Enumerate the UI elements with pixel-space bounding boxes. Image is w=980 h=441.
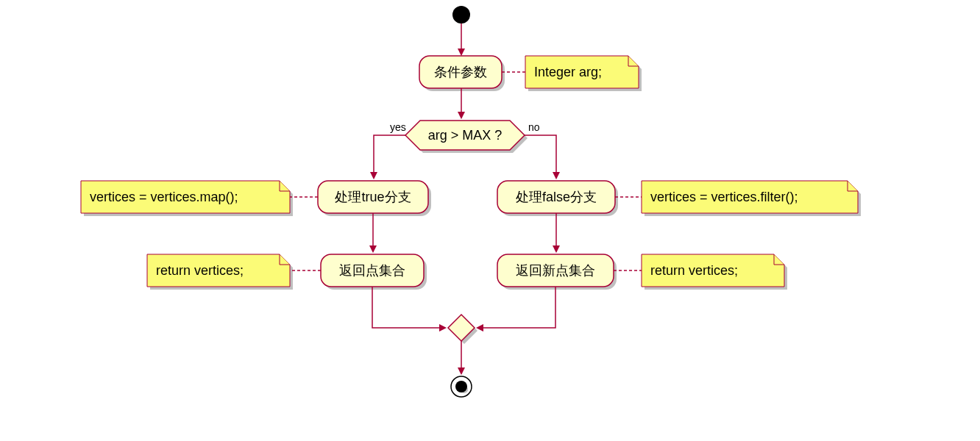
note-vertices-filter-text: vertices = vertices.filter(); [650, 190, 798, 204]
note-return-vertices-2: return vertices; [642, 254, 787, 290]
note-vertices-map-text: vertices = vertices.map(); [90, 190, 238, 204]
start-node [452, 6, 470, 24]
flowchart-diagram: 条件参数 Integer arg; arg > MAX ? yes no 处理t… [0, 0, 980, 441]
node-return-vertices-2-label: 返回新点集合 [516, 263, 595, 278]
note-vertices-filter: vertices = vertices.filter(); [642, 181, 861, 216]
end-node [451, 376, 472, 397]
node-return-vertices-1: 返回点集合 [321, 254, 427, 290]
node-return-vertices-1-label: 返回点集合 [339, 263, 405, 278]
node-return-vertices-2: 返回新点集合 [497, 254, 617, 290]
node-condition-param-label: 条件参数 [434, 65, 487, 79]
note-return-vertices-1-text: return vertices; [156, 263, 244, 278]
node-condition-param: 条件参数 [419, 56, 505, 91]
merge-node [448, 315, 477, 344]
node-handle-true-label: 处理true分支 [335, 190, 411, 204]
decision-arg-gt-max: arg > MAX ? [405, 121, 528, 153]
node-handle-false-label: 处理false分支 [516, 190, 597, 204]
no-label: no [528, 121, 540, 133]
svg-point-28 [455, 381, 467, 392]
svg-point-1 [452, 6, 470, 24]
note-vertices-map: vertices = vertices.map(); [81, 181, 293, 216]
note-integer-arg-text: Integer arg; [534, 65, 602, 79]
note-return-vertices-1: return vertices; [147, 254, 293, 290]
node-handle-false: 处理false分支 [497, 181, 618, 216]
decision-label: arg > MAX ? [428, 128, 503, 143]
yes-label: yes [390, 121, 406, 133]
note-integer-arg: Integer arg; [525, 56, 642, 91]
node-handle-true: 处理true分支 [318, 181, 431, 216]
note-return-vertices-2-text: return vertices; [650, 263, 738, 278]
